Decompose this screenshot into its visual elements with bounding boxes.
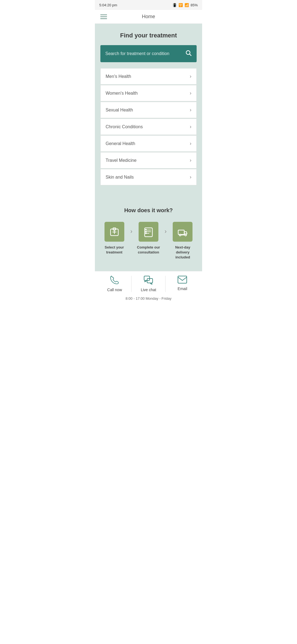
category-travel-medicine[interactable]: Travel Medicine › [100,152,197,168]
step-consultation: Complete our consultation [134,222,162,255]
live-chat-button[interactable]: Live chat [131,276,165,292]
step-consultation-label: Complete our consultation [134,245,162,255]
category-womens-health-label: Women's Health [106,91,138,96]
status-icons: 📳 🛜 📶 85% [172,3,198,7]
how-section: How does it work? Select your treatment … [95,199,202,271]
category-chronic-conditions-label: Chronic Conditions [106,124,143,129]
chevron-right-icon: › [190,174,191,180]
header-title: Home [142,14,155,20]
call-now-label: Call now [107,288,122,292]
svg-point-15 [185,234,186,236]
vibrate-icon: 📳 [172,3,177,7]
category-general-health-label: General Health [106,141,135,146]
email-label: Email [178,286,187,291]
signal-icon: 📶 [185,3,189,7]
chat-icon [144,276,153,286]
chevron-right-icon: › [190,124,191,130]
status-time: 5:04:20 pm [99,3,117,7]
step-delivery-icon-box [173,222,193,242]
step-consultation-icon-box [139,222,158,242]
svg-rect-10 [145,229,147,230]
search-placeholder: Search for treatment or condition [105,51,185,56]
step-separator-2: › [165,228,167,235]
hamburger-menu-button[interactable] [100,15,107,19]
wifi-icon: 🛜 [178,3,183,7]
battery-level: 85% [191,3,198,7]
app-header: Home [95,10,202,24]
category-chronic-conditions[interactable]: Chronic Conditions › [100,119,197,135]
chevron-right-icon: › [190,73,191,79]
live-chat-label: Live chat [141,288,156,292]
category-skin-and-nails[interactable]: Skin and Nails › [100,169,197,185]
status-bar: 5:04:20 pm 📳 🛜 📶 85% [95,0,202,10]
category-sexual-health-label: Sexual Health [106,108,133,113]
svg-rect-11 [145,231,147,232]
operating-hours: 8:00 - 17:00 Monday - Friday [98,295,199,301]
chevron-right-icon: › [190,107,191,113]
category-travel-medicine-label: Travel Medicine [106,158,136,163]
step-select-treatment-label: Select your treatment [100,245,128,255]
phone-icon [110,276,119,286]
step-select-icon-box [105,222,124,242]
category-mens-health[interactable]: Men's Health › [100,68,197,84]
call-now-button[interactable]: Call now [98,276,131,292]
step-separator-1: › [130,228,132,235]
category-womens-health[interactable]: Women's Health › [100,85,197,101]
search-bar[interactable]: Search for treatment or condition [100,45,197,62]
how-section-title: How does it work? [100,207,197,214]
action-row: Call now Live chat Email [98,276,199,292]
category-skin-and-nails-label: Skin and Nails [106,175,134,180]
page-title: Find your treatment [100,32,197,39]
chevron-right-icon: › [190,90,191,96]
svg-rect-12 [145,233,147,234]
search-icon [185,50,192,58]
email-icon [178,276,187,285]
main-content: Find your treatment Search for treatment… [95,24,202,199]
steps-row: Select your treatment › Complete our con… [100,222,197,260]
svg-point-14 [179,234,181,236]
step-select-treatment: Select your treatment [100,222,128,255]
chevron-right-icon: › [190,157,191,163]
svg-rect-19 [178,276,187,283]
chevron-right-icon: › [190,141,191,146]
email-button[interactable]: Email [166,276,199,291]
svg-line-1 [190,54,191,56]
step-delivery: Next-day delivery included [169,222,197,260]
bottom-action-bar: Call now Live chat Email [95,271,202,303]
category-general-health[interactable]: General Health › [100,135,197,152]
category-list: Men's Health › Women's Health › Sexual H… [100,68,197,185]
svg-rect-13 [178,230,184,234]
category-mens-health-label: Men's Health [106,74,131,79]
category-sexual-health[interactable]: Sexual Health › [100,102,197,118]
step-delivery-label: Next-day delivery included [169,245,197,260]
